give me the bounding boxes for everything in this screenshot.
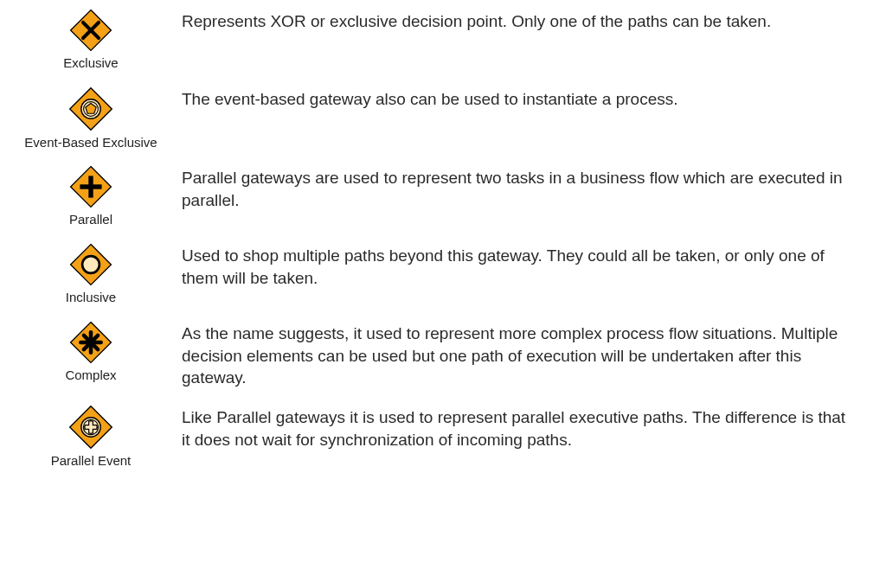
gateway-icon-col: Complex: [0, 319, 182, 382]
gateway-desc-col: Parallel gateways are used to represent …: [182, 163, 886, 211]
inclusive-gateway-icon: [67, 241, 114, 288]
gateway-icon-col: Parallel Event: [0, 403, 182, 468]
gateway-desc-col: The event-based gateway also can be used…: [182, 85, 886, 111]
gateway-label: Complex: [65, 368, 116, 382]
gateway-row-complex: Complex As the name suggests, it used to…: [0, 312, 886, 396]
gateway-desc: Represents XOR or exclusive decision poi…: [182, 10, 851, 33]
gateway-row-parallel-event: Parallel Event Like Parallel gateways it…: [0, 396, 886, 475]
gateway-label: Event-Based Exclusive: [24, 135, 157, 150]
gateway-label: Parallel: [69, 212, 112, 227]
gateway-label: Exclusive: [63, 55, 118, 70]
gateway-icon-col: Exclusive: [0, 7, 182, 70]
gateway-desc: Like Parallel gateways it is used to rep…: [182, 406, 851, 451]
gateway-desc: Parallel gateways are used to represent …: [182, 167, 851, 211]
gateway-desc: As the name suggests, it used to represe…: [182, 323, 851, 389]
gateway-desc: Used to shop multiple paths beyond this …: [182, 245, 851, 289]
gateway-desc-col: Like Parallel gateways it is used to rep…: [182, 403, 886, 451]
gateway-row-inclusive: Inclusive Used to shop multiple paths be…: [0, 234, 886, 312]
gateway-label: Inclusive: [66, 290, 116, 304]
gateway-row-event-based-exclusive: Event-Based Exclusive The event-based ga…: [0, 78, 886, 157]
gateway-desc-col: Represents XOR or exclusive decision poi…: [182, 7, 886, 33]
gateway-row-exclusive: Exclusive Represents XOR or exclusive de…: [0, 0, 886, 78]
complex-gateway-icon: [67, 319, 114, 366]
gateway-icon-col: Event-Based Exclusive: [0, 85, 182, 150]
parallel-gateway-icon: [67, 163, 114, 210]
gateway-icon-col: Parallel: [0, 163, 182, 227]
gateway-desc-col: As the name suggests, it used to represe…: [182, 319, 886, 389]
gateway-desc: The event-based gateway also can be used…: [182, 88, 851, 111]
parallel-event-gateway-icon: [67, 403, 115, 451]
gateway-desc-col: Used to shop multiple paths beyond this …: [182, 241, 886, 289]
svg-point-11: [82, 256, 100, 273]
gateway-icon-col: Inclusive: [0, 241, 182, 304]
exclusive-gateway-icon: [67, 7, 114, 54]
gateway-label: Parallel Event: [51, 453, 132, 468]
event-based-exclusive-gateway-icon: [67, 85, 115, 133]
gateway-row-parallel: Parallel Parallel gateways are used to r…: [0, 157, 886, 234]
